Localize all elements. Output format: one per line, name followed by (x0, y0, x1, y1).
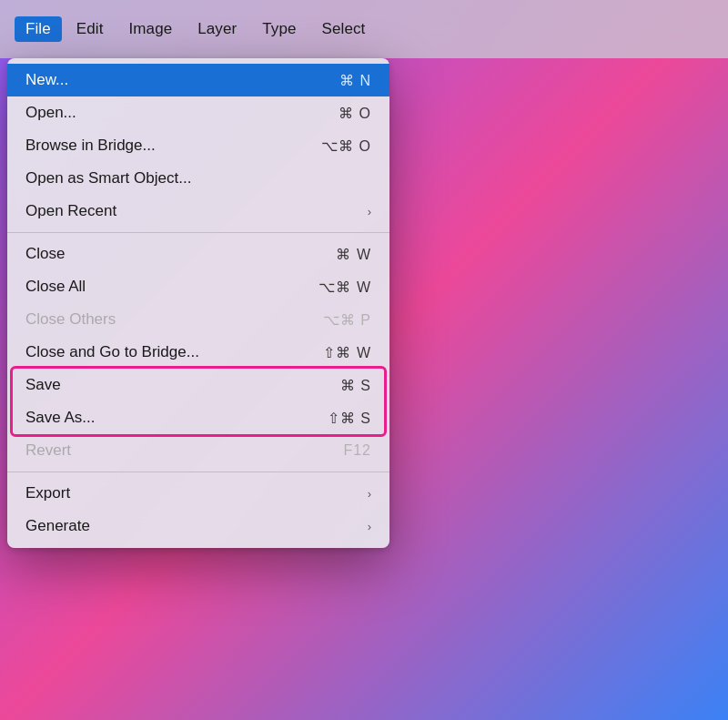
menu-item-close-others-label: Close Others (25, 310, 116, 329)
menu-item-close-shortcut: ⌘ W (336, 246, 371, 263)
menu-item-close-all[interactable]: Close All ⌥⌘ W (7, 270, 389, 303)
menu-item-close-bridge[interactable]: Close and Go to Bridge... ⇧⌘ W (7, 336, 389, 369)
menu-item-close-label: Close (25, 245, 65, 263)
menu-item-save-as-shortcut: ⇧⌘ S (328, 410, 371, 427)
menu-item-browse-bridge-label: Browse in Bridge... (25, 137, 156, 155)
menu-item-close[interactable]: Close ⌘ W (7, 238, 389, 270)
menu-item-open-label: Open... (25, 104, 76, 122)
separator-1 (7, 232, 389, 233)
menu-item-browse-bridge[interactable]: Browse in Bridge... ⌥⌘ O (7, 129, 389, 162)
chevron-right-export-icon: › (368, 487, 371, 501)
save-highlight-group: Save ⌘ S Save As... ⇧⌘ S (13, 369, 384, 434)
file-dropdown-menu: New... ⌘ N Open... ⌘ O Browse in Bridge.… (7, 58, 389, 548)
menu-item-close-others-shortcut: ⌥⌘ P (323, 311, 371, 329)
menu-bar: File Edit Image Layer Type Select (0, 0, 728, 58)
menu-item-open-shortcut: ⌘ O (339, 105, 371, 122)
menu-item-save-shortcut: ⌘ S (340, 377, 371, 394)
menu-bar-item-file[interactable]: File (15, 16, 62, 42)
menu-item-open-smart-label: Open as Smart Object... (25, 169, 191, 188)
menu-bar-item-edit[interactable]: Edit (66, 16, 115, 42)
menu-item-open-recent-label: Open Recent (25, 202, 116, 220)
menu-item-new-shortcut: ⌘ N (339, 72, 371, 89)
menu-item-revert-shortcut: F12 (343, 442, 371, 459)
menu-item-revert[interactable]: Revert F12 (7, 434, 389, 467)
menu-item-open-recent[interactable]: Open Recent › (7, 195, 389, 228)
menu-item-close-all-shortcut: ⌥⌘ W (318, 279, 371, 296)
menu-item-save-as[interactable]: Save As... ⇧⌘ S (13, 401, 384, 434)
menu-item-save-label: Save (25, 376, 61, 394)
menu-item-open[interactable]: Open... ⌘ O (7, 96, 389, 129)
menu-item-new-label: New... (25, 71, 68, 89)
chevron-right-icon: › (368, 205, 371, 218)
menu-item-generate[interactable]: Generate › (7, 510, 389, 543)
menu-item-save-as-label: Save As... (25, 409, 96, 427)
menu-item-export[interactable]: Export › (7, 477, 389, 510)
menu-bar-item-type[interactable]: Type (251, 16, 307, 42)
menu-bar-item-image[interactable]: Image (118, 16, 184, 42)
menu-item-close-all-label: Close All (25, 278, 86, 296)
menu-item-close-bridge-label: Close and Go to Bridge... (25, 343, 199, 361)
separator-2 (7, 472, 389, 472)
menu-item-revert-label: Revert (25, 441, 71, 460)
menu-item-open-smart[interactable]: Open as Smart Object... (7, 162, 389, 195)
menu-item-browse-bridge-shortcut: ⌥⌘ O (321, 137, 371, 155)
menu-item-generate-label: Generate (25, 517, 90, 535)
menu-item-new[interactable]: New... ⌘ N (7, 64, 389, 96)
menu-item-close-bridge-shortcut: ⇧⌘ W (323, 344, 371, 361)
menu-bar-item-select[interactable]: Select (311, 16, 377, 42)
chevron-right-generate-icon: › (368, 520, 371, 533)
menu-item-close-others[interactable]: Close Others ⌥⌘ P (7, 303, 389, 336)
menu-item-export-label: Export (25, 484, 70, 502)
menu-item-save[interactable]: Save ⌘ S (13, 369, 384, 401)
menu-bar-item-layer[interactable]: Layer (187, 16, 248, 42)
